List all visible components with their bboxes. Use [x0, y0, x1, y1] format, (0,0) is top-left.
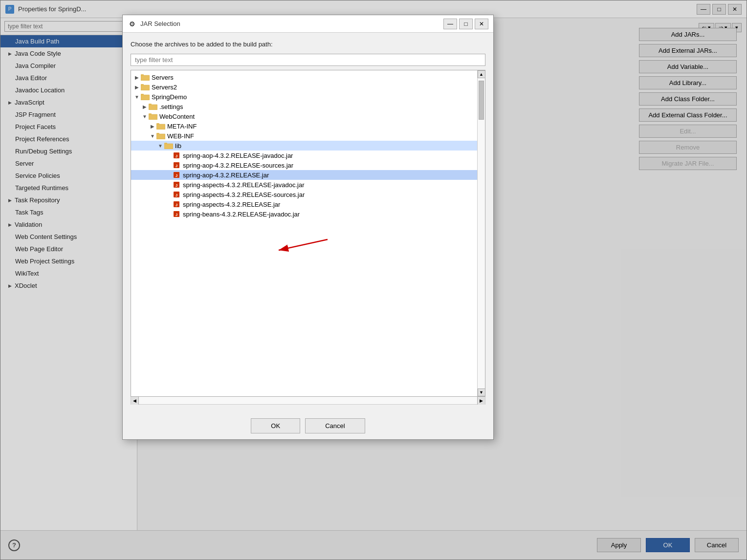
tree-icon-jar1: J — [172, 151, 181, 159]
tree-toggle-jar7 — [164, 210, 172, 218]
tree-toggle-lib[interactable]: ▼ — [156, 142, 164, 150]
dialog-close-button[interactable]: ✕ — [475, 19, 488, 29]
tree-icon-meta-inf — [156, 122, 165, 130]
tree-toggle-jar1 — [164, 151, 172, 159]
tree-node-jar6[interactable]: J spring-aspects-4.3.2.RELEASE.jar — [131, 199, 477, 209]
dialog-minimize-button[interactable]: — — [443, 19, 457, 29]
tree-label-jar7: spring-beans-4.3.2.RELEASE-javadoc.jar — [183, 211, 300, 218]
tree-vertical-scrollbar[interactable]: ▲ ▼ — [477, 70, 485, 396]
tree-toggle-jar3 — [164, 171, 172, 179]
dialog-icon: ⚙ — [128, 20, 136, 28]
tree-label-webcontent: WebContent — [159, 113, 195, 120]
dialog-description: Choose the archives to be added to the b… — [131, 41, 485, 48]
svg-text:J: J — [176, 173, 177, 178]
dialog-overlay: ⚙ JAR Selection — □ ✕ Choose the archive… — [0, 0, 747, 560]
tree-icon-jar6: J — [172, 200, 181, 208]
h-scroll-track — [139, 397, 477, 404]
tree-node-jar2[interactable]: J spring-aop-4.3.2.RELEASE-sources.jar — [131, 160, 477, 170]
jar-selection-dialog: ⚙ JAR Selection — □ ✕ Choose the archive… — [122, 15, 494, 440]
dialog-filter-input[interactable] — [131, 54, 485, 66]
tree-node-servers[interactable]: ▶ Servers — [131, 72, 477, 82]
tree-icon-springdemo — [141, 93, 150, 101]
tree-icon-web-inf — [156, 132, 165, 140]
tree-toggle-web-inf[interactable]: ▼ — [149, 132, 156, 140]
tree-toggle-jar2 — [164, 161, 172, 169]
tree-icon-lib — [164, 142, 173, 150]
scroll-up-button[interactable]: ▲ — [478, 70, 485, 78]
tree-icon-settings — [149, 103, 157, 110]
dialog-titlebar: ⚙ JAR Selection — □ ✕ — [123, 15, 493, 33]
dialog-ok-button[interactable]: OK — [251, 418, 300, 433]
tree-node-jar3[interactable]: J spring-aop-4.3.2.RELEASE.jar — [131, 170, 477, 180]
tree-icon-servers — [141, 73, 150, 81]
tree-label-jar6: spring-aspects-4.3.2.RELEASE.jar — [183, 201, 280, 208]
tree-label-jar4: spring-aspects-4.3.2.RELEASE-javadoc.jar — [183, 181, 305, 189]
dialog-body: Choose the archives to be added to the b… — [123, 33, 493, 412]
svg-text:J: J — [176, 213, 177, 217]
tree-icon-jar7: J — [172, 210, 181, 218]
dialog-footer: OK Cancel — [123, 412, 493, 439]
tree-label-jar3: spring-aop-4.3.2.RELEASE.jar — [183, 172, 269, 179]
scroll-thumb[interactable] — [479, 81, 484, 120]
tree-toggle-springdemo[interactable]: ▼ — [133, 93, 141, 101]
svg-text:J: J — [176, 154, 177, 158]
tree-icon-jar5: J — [172, 191, 181, 198]
tree-node-meta-inf[interactable]: ▶ META-INF — [131, 121, 477, 131]
tree-node-lib[interactable]: ▼ lib — [131, 141, 477, 151]
tree-icon-jar4: J — [172, 181, 181, 189]
tree-toggle-jar4 — [164, 181, 172, 189]
tree-icon-webcontent — [149, 112, 157, 120]
tree-node-jar5[interactable]: J spring-aspects-4.3.2.RELEASE-sources.j… — [131, 190, 477, 199]
dialog-title: JAR Selection — [140, 20, 180, 27]
svg-text:J: J — [176, 203, 177, 207]
tree-label-settings: .settings — [159, 103, 183, 110]
tree-node-webcontent[interactable]: ▼ WebContent — [131, 111, 477, 121]
tree-label-jar5: spring-aspects-4.3.2.RELEASE-sources.jar — [183, 191, 305, 198]
dialog-tree[interactable]: ▶ Servers▶ Servers2▼ SpringDemo▶ .settin… — [131, 70, 477, 396]
tree-node-springdemo[interactable]: ▼ SpringDemo — [131, 92, 477, 102]
tree-label-servers: Servers — [152, 74, 174, 81]
tree-label-jar2: spring-aop-4.3.2.RELEASE-sources.jar — [183, 162, 293, 169]
tree-toggle-settings[interactable]: ▶ — [141, 103, 149, 110]
tree-icon-jar3: J — [172, 171, 181, 179]
tree-toggle-servers[interactable]: ▶ — [133, 73, 141, 81]
svg-text:J: J — [176, 164, 177, 168]
tree-toggle-servers2[interactable]: ▶ — [133, 83, 141, 91]
dialog-filter-container — [131, 54, 485, 66]
dialog-maximize-button[interactable]: □ — [459, 19, 473, 29]
tree-toggle-webcontent[interactable]: ▼ — [141, 112, 149, 120]
tree-label-lib: lib — [175, 142, 181, 150]
dialog-titlebar-buttons: — □ ✕ — [443, 19, 488, 29]
tree-node-jar7[interactable]: J spring-beans-4.3.2.RELEASE-javadoc.jar — [131, 209, 477, 219]
tree-label-meta-inf: META-INF — [167, 123, 197, 130]
scroll-down-button[interactable]: ▼ — [478, 388, 485, 396]
h-scroll-left-button[interactable]: ◀ — [131, 397, 139, 405]
tree-node-settings[interactable]: ▶ .settings — [131, 102, 477, 111]
svg-text:J: J — [176, 183, 177, 188]
tree-label-web-inf: WEB-INF — [167, 132, 194, 140]
svg-text:J: J — [176, 193, 177, 197]
tree-node-web-inf[interactable]: ▼ WEB-INF — [131, 131, 477, 141]
dialog-cancel-button[interactable]: Cancel — [305, 418, 365, 433]
tree-icon-servers2 — [141, 83, 150, 91]
tree-label-springdemo: SpringDemo — [152, 93, 187, 101]
tree-node-jar4[interactable]: J spring-aspects-4.3.2.RELEASE-javadoc.j… — [131, 180, 477, 190]
tree-toggle-meta-inf[interactable]: ▶ — [149, 122, 156, 130]
tree-toggle-jar6 — [164, 200, 172, 208]
tree-label-servers2: Servers2 — [152, 84, 177, 91]
tree-label-jar1: spring-aop-4.3.2.RELEASE-javadoc.jar — [183, 152, 293, 159]
horizontal-scrollbar: ◀ ▶ — [131, 397, 485, 405]
h-scroll-right-button[interactable]: ▶ — [477, 397, 485, 405]
tree-icon-jar2: J — [172, 161, 181, 169]
tree-toggle-jar5 — [164, 191, 172, 198]
dialog-tree-container: ▶ Servers▶ Servers2▼ SpringDemo▶ .settin… — [131, 70, 485, 397]
scroll-track — [478, 78, 485, 388]
tree-node-jar1[interactable]: J spring-aop-4.3.2.RELEASE-javadoc.jar — [131, 151, 477, 160]
tree-node-servers2[interactable]: ▶ Servers2 — [131, 82, 477, 92]
